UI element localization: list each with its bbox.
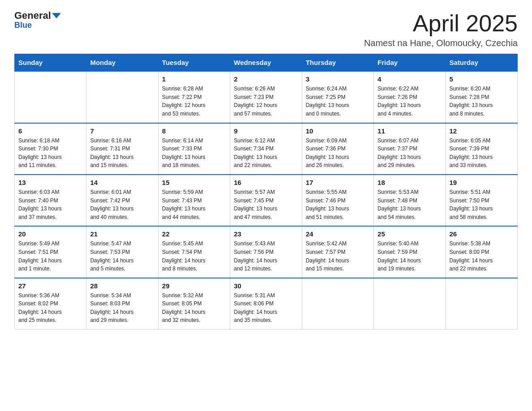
day-info: Sunrise: 6:16 AM Sunset: 7:31 PM Dayligh… xyxy=(90,137,154,170)
calendar-day-cell: 26Sunrise: 5:38 AM Sunset: 8:00 PM Dayli… xyxy=(446,226,517,278)
calendar-week-row: 6Sunrise: 6:18 AM Sunset: 7:30 PM Daylig… xyxy=(15,123,518,175)
day-number: 21 xyxy=(90,230,154,238)
logo-blue-text: Blue xyxy=(14,21,32,30)
day-info: Sunrise: 5:45 AM Sunset: 7:54 PM Dayligh… xyxy=(162,240,226,273)
calendar-day-cell: 7Sunrise: 6:16 AM Sunset: 7:31 PM Daylig… xyxy=(86,123,158,175)
page-header: General Blue April 2025 Namest na Hane, … xyxy=(14,11,518,48)
calendar-week-row: 27Sunrise: 5:36 AM Sunset: 8:02 PM Dayli… xyxy=(15,278,518,330)
day-info: Sunrise: 5:47 AM Sunset: 7:53 PM Dayligh… xyxy=(90,240,154,273)
day-number: 5 xyxy=(450,75,514,83)
calendar-day-cell: 4Sunrise: 6:22 AM Sunset: 7:26 PM Daylig… xyxy=(374,71,446,123)
calendar-day-cell xyxy=(15,71,86,123)
calendar-day-cell: 1Sunrise: 6:28 AM Sunset: 7:22 PM Daylig… xyxy=(158,71,230,123)
day-info: Sunrise: 6:01 AM Sunset: 7:42 PM Dayligh… xyxy=(90,188,154,221)
calendar-day-cell: 19Sunrise: 5:51 AM Sunset: 7:50 PM Dayli… xyxy=(446,175,517,226)
calendar-day-cell: 15Sunrise: 5:59 AM Sunset: 7:43 PM Dayli… xyxy=(158,175,230,226)
day-info: Sunrise: 6:07 AM Sunset: 7:37 PM Dayligh… xyxy=(378,137,442,170)
calendar-day-cell: 9Sunrise: 6:12 AM Sunset: 7:34 PM Daylig… xyxy=(230,123,302,175)
day-number: 17 xyxy=(306,179,370,186)
calendar-day-cell: 22Sunrise: 5:45 AM Sunset: 7:54 PM Dayli… xyxy=(158,226,230,278)
day-info: Sunrise: 5:51 AM Sunset: 7:50 PM Dayligh… xyxy=(450,188,514,221)
calendar-day-cell: 16Sunrise: 5:57 AM Sunset: 7:45 PM Dayli… xyxy=(230,175,302,226)
day-number: 10 xyxy=(306,127,370,135)
calendar-day-cell: 2Sunrise: 6:26 AM Sunset: 7:23 PM Daylig… xyxy=(230,71,302,123)
day-number: 20 xyxy=(18,230,82,238)
calendar-day-cell: 13Sunrise: 6:03 AM Sunset: 7:40 PM Dayli… xyxy=(15,175,86,226)
calendar-day-cell: 29Sunrise: 5:32 AM Sunset: 8:05 PM Dayli… xyxy=(158,278,230,330)
calendar-day-cell: 21Sunrise: 5:47 AM Sunset: 7:53 PM Dayli… xyxy=(86,226,158,278)
day-number: 15 xyxy=(162,179,226,186)
day-info: Sunrise: 5:40 AM Sunset: 7:59 PM Dayligh… xyxy=(378,240,442,273)
calendar-day-cell: 23Sunrise: 5:43 AM Sunset: 7:56 PM Dayli… xyxy=(230,226,302,278)
calendar-header-cell: Wednesday xyxy=(230,54,302,72)
calendar-header-row: SundayMondayTuesdayWednesdayThursdayFrid… xyxy=(15,54,518,72)
calendar-day-cell xyxy=(446,278,517,330)
day-info: Sunrise: 5:55 AM Sunset: 7:46 PM Dayligh… xyxy=(306,188,370,221)
day-number: 8 xyxy=(162,127,226,135)
day-info: Sunrise: 5:49 AM Sunset: 7:51 PM Dayligh… xyxy=(18,240,82,273)
day-info: Sunrise: 5:36 AM Sunset: 8:02 PM Dayligh… xyxy=(18,291,82,325)
calendar-week-row: 20Sunrise: 5:49 AM Sunset: 7:51 PM Dayli… xyxy=(15,226,518,278)
day-number: 23 xyxy=(234,230,298,238)
day-number: 18 xyxy=(378,179,442,186)
logo-general-text: General xyxy=(14,11,51,21)
day-info: Sunrise: 6:28 AM Sunset: 7:22 PM Dayligh… xyxy=(162,85,226,118)
calendar-day-cell: 20Sunrise: 5:49 AM Sunset: 7:51 PM Dayli… xyxy=(15,226,86,278)
day-number: 2 xyxy=(234,75,298,83)
day-info: Sunrise: 6:20 AM Sunset: 7:28 PM Dayligh… xyxy=(450,85,514,118)
day-number: 27 xyxy=(18,282,82,290)
day-number: 1 xyxy=(162,75,226,83)
calendar-day-cell: 17Sunrise: 5:55 AM Sunset: 7:46 PM Dayli… xyxy=(302,175,373,226)
day-number: 16 xyxy=(234,179,298,186)
day-number: 11 xyxy=(378,127,442,135)
calendar-day-cell xyxy=(86,71,158,123)
logo: General Blue xyxy=(14,11,61,30)
calendar-day-cell: 3Sunrise: 6:24 AM Sunset: 7:25 PM Daylig… xyxy=(302,71,373,123)
calendar-day-cell xyxy=(302,278,373,330)
day-number: 4 xyxy=(378,75,442,83)
day-number: 30 xyxy=(234,282,298,290)
day-info: Sunrise: 6:24 AM Sunset: 7:25 PM Dayligh… xyxy=(306,85,370,118)
day-info: Sunrise: 6:26 AM Sunset: 7:23 PM Dayligh… xyxy=(234,85,298,118)
day-info: Sunrise: 5:38 AM Sunset: 8:00 PM Dayligh… xyxy=(450,240,514,273)
day-info: Sunrise: 6:14 AM Sunset: 7:33 PM Dayligh… xyxy=(162,137,226,170)
day-info: Sunrise: 6:03 AM Sunset: 7:40 PM Dayligh… xyxy=(18,188,82,221)
day-number: 25 xyxy=(378,230,442,238)
day-number: 13 xyxy=(18,179,82,186)
calendar-day-cell: 8Sunrise: 6:14 AM Sunset: 7:33 PM Daylig… xyxy=(158,123,230,175)
calendar-header-cell: Monday xyxy=(86,54,158,72)
calendar-table: SundayMondayTuesdayWednesdayThursdayFrid… xyxy=(14,54,518,330)
day-info: Sunrise: 6:05 AM Sunset: 7:39 PM Dayligh… xyxy=(450,137,514,170)
calendar-week-row: 13Sunrise: 6:03 AM Sunset: 7:40 PM Dayli… xyxy=(15,175,518,226)
day-number: 6 xyxy=(18,127,82,135)
calendar-day-cell: 18Sunrise: 5:53 AM Sunset: 7:48 PM Dayli… xyxy=(374,175,446,226)
day-number: 7 xyxy=(90,127,154,135)
day-number: 22 xyxy=(162,230,226,238)
day-number: 9 xyxy=(234,127,298,135)
day-info: Sunrise: 5:32 AM Sunset: 8:05 PM Dayligh… xyxy=(162,291,226,325)
calendar-day-cell: 12Sunrise: 6:05 AM Sunset: 7:39 PM Dayli… xyxy=(446,123,517,175)
calendar-header-cell: Friday xyxy=(374,54,446,72)
day-number: 28 xyxy=(90,282,154,290)
calendar-header-cell: Thursday xyxy=(302,54,373,72)
calendar-header: SundayMondayTuesdayWednesdayThursdayFrid… xyxy=(15,54,518,72)
calendar-body: 1Sunrise: 6:28 AM Sunset: 7:22 PM Daylig… xyxy=(15,71,518,329)
day-number: 14 xyxy=(90,179,154,186)
logo-triangle-icon xyxy=(52,13,61,18)
day-number: 29 xyxy=(162,282,226,290)
day-info: Sunrise: 6:12 AM Sunset: 7:34 PM Dayligh… xyxy=(234,137,298,170)
day-number: 26 xyxy=(450,230,514,238)
day-number: 3 xyxy=(306,75,370,83)
calendar-day-cell: 5Sunrise: 6:20 AM Sunset: 7:28 PM Daylig… xyxy=(446,71,517,123)
day-info: Sunrise: 6:22 AM Sunset: 7:26 PM Dayligh… xyxy=(378,85,442,118)
day-info: Sunrise: 5:42 AM Sunset: 7:57 PM Dayligh… xyxy=(306,240,370,273)
calendar-header-cell: Saturday xyxy=(446,54,517,72)
calendar-day-cell: 24Sunrise: 5:42 AM Sunset: 7:57 PM Dayli… xyxy=(302,226,373,278)
calendar-day-cell: 11Sunrise: 6:07 AM Sunset: 7:37 PM Dayli… xyxy=(374,123,446,175)
day-info: Sunrise: 5:57 AM Sunset: 7:45 PM Dayligh… xyxy=(234,188,298,221)
day-info: Sunrise: 5:31 AM Sunset: 8:06 PM Dayligh… xyxy=(234,291,298,325)
calendar-day-cell: 28Sunrise: 5:34 AM Sunset: 8:03 PM Dayli… xyxy=(86,278,158,330)
calendar-day-cell: 10Sunrise: 6:09 AM Sunset: 7:36 PM Dayli… xyxy=(302,123,373,175)
day-info: Sunrise: 5:59 AM Sunset: 7:43 PM Dayligh… xyxy=(162,188,226,221)
location-title: Namest na Hane, Olomoucky, Czechia xyxy=(364,38,518,48)
